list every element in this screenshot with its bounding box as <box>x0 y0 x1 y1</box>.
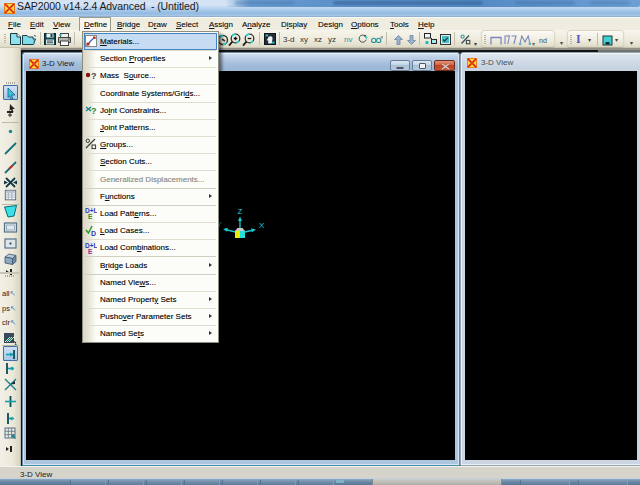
svg-text:Z: Z <box>238 207 243 216</box>
svg-text:X: X <box>259 221 265 230</box>
